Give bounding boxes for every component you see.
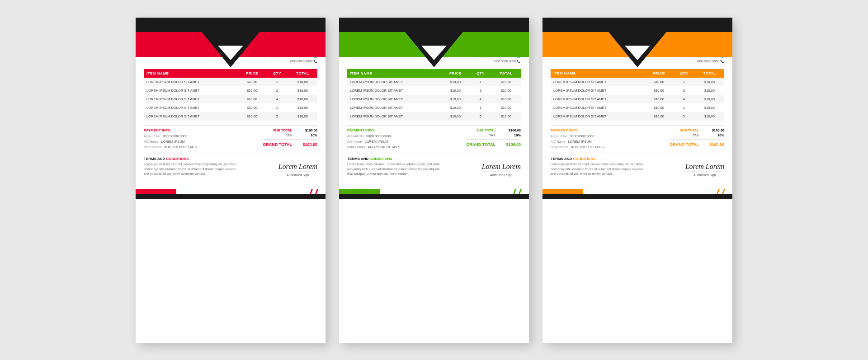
table-header-3: TOTAL [288, 69, 317, 78]
table-cell: $10,00 [645, 95, 673, 103]
payment-value: LOREM IPSUM [568, 139, 592, 145]
terms-accent: CONDITIONS [166, 157, 189, 161]
table-row: LOREM IPSUM DOLOR SIT AMET$10,001$10,00 [551, 103, 724, 112]
table-row: LOREM IPSUM DOLOR SIT AMET$10,004$10,00 [144, 95, 317, 103]
table-cell: LOREM IPSUM DOLOR SIT AMET [347, 78, 441, 86]
table-row: LOREM IPSUM DOLOR SIT AMET$10,001$10,00 [144, 103, 317, 112]
table-cell: 1 [673, 78, 695, 86]
sign-area: Lorem Lorem Authorised Sign [482, 163, 521, 177]
invoice-header [136, 18, 326, 67]
sign-cursive: Lorem Lorem [482, 163, 521, 172]
payment-label: A/C Name [551, 139, 565, 145]
footer-stripe [318, 189, 321, 194]
payment-info-title: PAYMENT INFO: [144, 128, 197, 132]
header-left-cut [339, 32, 380, 57]
totals-divider [466, 139, 521, 140]
invoice-card-green: LOGO SAMPLE TEXT INVOICE NO : 000 00000 … [339, 18, 529, 343]
invoice-table: ITEM NAMEPRICEQTYTOTAL LOREM IPSUM DOLOR… [144, 69, 317, 121]
payment-row: A/C Name LOREM IPSUM [551, 139, 604, 145]
header-right-cut [285, 32, 326, 57]
invoice-card-orange: LOGO SAMPLE TEXT INVOICE NO : 000 00000 … [542, 18, 732, 343]
table-cell: $10,00 [238, 78, 266, 86]
payment-label: Account No [144, 134, 160, 139]
sign-cursive: Lorem Lorem [685, 163, 724, 172]
terms-text: Lorem ipsum dolor sit amet, consectetuer… [347, 162, 443, 177]
table-cell: 2 [673, 86, 695, 95]
table-cell: $10,00 [645, 86, 673, 95]
table-cell: 1 [266, 78, 288, 86]
payment-row: Bank Details ADD YOUR DETAILS [347, 145, 401, 150]
footer-stripes [308, 189, 320, 194]
payment-info-title: PAYMENT INFO: [551, 128, 604, 132]
payment-value: ADD YOUR DETAILS [164, 145, 197, 150]
totals-area: SUB TOTAL $100.00 TAX 10% GRAND TOTAL $1… [263, 128, 317, 150]
sign-cursive: Lorem Lorem [278, 163, 317, 172]
divider [144, 125, 317, 126]
payment-value: ADD YOUR DETAILS [571, 145, 604, 150]
grand-total-row: GRAND TOTAL $100.00 [263, 141, 317, 147]
payment-value: LOREM IPSUM [161, 139, 185, 145]
table-cell: LOREM IPSUM DOLOR SIT AMET [347, 103, 441, 112]
table-cell: 2 [470, 86, 491, 95]
footer-black-bar [339, 194, 529, 199]
header-right-cut [692, 32, 732, 57]
table-cell: 5 [266, 112, 288, 121]
payment-row: Bank Details ADD YOUR DETAILS [551, 145, 604, 150]
invoice-header [339, 18, 529, 67]
table-header-2: QTY [266, 69, 288, 78]
table-cell: $10,00 [441, 103, 470, 112]
table-row: LOREM IPSUM DOLOR SIT AMET$10,002$10,00 [144, 86, 317, 95]
payment-info-title: PAYMENT INFO: [347, 128, 401, 132]
table-cell: $10,00 [288, 103, 317, 112]
bottom-divider [347, 153, 521, 153]
payment-row: A/C Name LOREM IPSUM [144, 139, 197, 145]
payment-label: Bank Details [347, 145, 365, 150]
table-cell: LOREM IPSUM DOLOR SIT AMET [551, 103, 645, 112]
sign-label: Authorised Sign [482, 173, 521, 177]
table-cell: LOREM IPSUM DOLOR SIT AMET [551, 86, 645, 95]
payment-value: 0000 0000 0000 [570, 134, 594, 139]
tax-row: TAX 10% [263, 133, 317, 137]
table-cell: $10,00 [238, 112, 266, 121]
table-row: LOREM IPSUM DOLOR SIT AMET$10,002$10,00 [551, 86, 724, 95]
invoice-table: ITEM NAMEPRICEQTYTOTAL LOREM IPSUM DOLOR… [551, 69, 724, 121]
payment-info: PAYMENT INFO: Account No 0000 0000 0000 … [551, 128, 604, 150]
grand-total-label: GRAND TOTAL [466, 142, 495, 147]
table-cell: $10,00 [441, 86, 470, 95]
table-cell: $10,00 [645, 112, 673, 121]
sign-area: Lorem Lorem Authorised Sign [685, 163, 724, 177]
payment-section: PAYMENT INFO: Account No 0000 0000 0000 … [144, 128, 317, 150]
terms-title: TERMS AND CONDITIONS [551, 157, 646, 161]
table-cell: 5 [673, 112, 695, 121]
table-header-1: PRICE [238, 69, 266, 78]
terms-text: Lorem ipsum dolor sit amet, consectetuer… [551, 162, 646, 177]
payment-value: LOREM IPSUM [364, 139, 388, 145]
sign-area: Lorem Lorem Authorised Sign [278, 163, 317, 177]
table-cell: LOREM IPSUM DOLOR SIT AMET [347, 95, 441, 103]
table-header-0: ITEM NAME [347, 69, 441, 78]
table-row: LOREM IPSUM DOLOR SIT AMET$10,004$10,00 [347, 95, 521, 103]
table-header-2: QTY [470, 69, 491, 78]
totals-area: SUB TOTAL $100.00 TAX 10% GRAND TOTAL $1… [670, 128, 724, 150]
bottom-divider [551, 153, 724, 153]
footer-accent-bar [542, 189, 583, 194]
subtotal-value: $100.00 [503, 128, 521, 132]
bottom-divider [144, 153, 317, 153]
footer-stripe [725, 189, 728, 194]
invoice-footer [542, 186, 732, 199]
table-cell: $10,00 [491, 95, 521, 103]
header-v-notch [421, 46, 447, 60]
terms-left: TERMS AND CONDITIONS Lorem ipsum dolor s… [347, 157, 443, 177]
table-header-0: ITEM NAME [144, 69, 238, 78]
subtotal-row: SUB TOTAL $100.00 [670, 128, 724, 132]
invoice-header [542, 18, 732, 67]
page-wrapper: LOGO SAMPLE TEXT INVOICE NO : 000 00000 … [136, 18, 732, 343]
table-cell: $10,00 [288, 112, 317, 121]
footer-black-bar [542, 194, 732, 199]
table-cell: $10,00 [288, 86, 317, 95]
footer-accent-bar [339, 189, 380, 194]
subtotal-label: SUB TOTAL [273, 128, 292, 132]
table-row: LOREM IPSUM DOLOR SIT AMET$10,001$10,00 [144, 78, 317, 86]
terms-section: TERMS AND CONDITIONS Lorem ipsum dolor s… [144, 157, 317, 177]
divider [347, 125, 521, 126]
